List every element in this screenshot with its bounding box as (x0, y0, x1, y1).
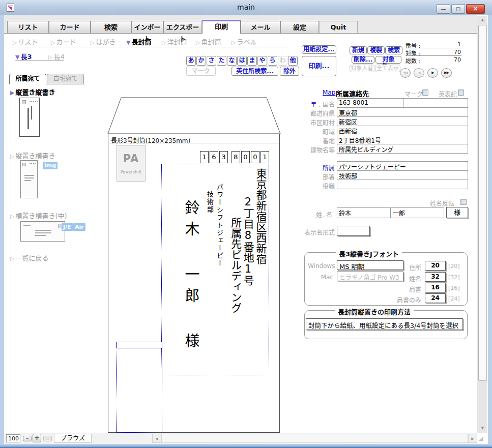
img-badge: img (43, 162, 57, 169)
print-method-field[interactable]: 封筒下から給紙、用紙設定にある長3/4号封筒を選択 (306, 318, 463, 330)
organization-field[interactable]: パワーシフトジェーピー (337, 162, 468, 171)
tab-export[interactable]: エクスポート (163, 21, 202, 33)
triangle-right-icon: ▷ (10, 213, 14, 220)
tab-mail[interactable]: メール (241, 21, 280, 33)
close-button[interactable]: × (466, 4, 485, 14)
scroll-right-icon: ▶ (471, 437, 474, 441)
minimize-icon: — (441, 6, 446, 12)
address-size-field[interactable]: 20 (425, 261, 446, 271)
title-size-field[interactable]: 16 (425, 283, 446, 292)
title-only-size-field[interactable]: 24 (425, 293, 446, 303)
kana-button[interactable]: ら (268, 56, 277, 66)
tab-search[interactable]: 検索 (91, 21, 131, 33)
english-address-search-button[interactable]: 英住所検索... (231, 67, 278, 76)
kana-button[interactable]: ま (247, 56, 257, 66)
next-record-button[interactable]: ▶ (427, 68, 438, 78)
horizontal-scrollbar-track[interactable] (161, 434, 468, 443)
size-nav-label: 長4 (53, 53, 64, 61)
tab-import[interactable]: インポート (131, 21, 163, 33)
format-nav-card[interactable]: ▷カード (51, 37, 76, 46)
postal-dots-icon (30, 163, 36, 164)
tab-card[interactable]: カード (49, 21, 91, 33)
block-field[interactable]: 2丁目8番地1号 (337, 135, 468, 144)
format-nav-list[interactable]: ▷リスト (13, 37, 38, 46)
building-label: 建物名等 (294, 145, 335, 154)
kana-button[interactable]: さ (207, 56, 216, 66)
kana-button[interactable]: は (237, 56, 247, 66)
first-record-button: ◀◀ (400, 68, 411, 78)
delete-record-button[interactable]: 削除... (352, 56, 374, 64)
job-title-field[interactable] (337, 180, 468, 189)
air-badge: Air (73, 223, 85, 231)
display-format-field[interactable] (337, 226, 370, 236)
address-line-2: 2丁目8番地1号 (242, 196, 254, 374)
size-nav-cho4[interactable]: ▷長4 (48, 51, 65, 61)
zoom-out-button[interactable]: − (23, 436, 32, 441)
honorific-button[interactable]: 様 (446, 207, 468, 218)
maximize-button[interactable]: □ (451, 4, 465, 14)
scroll-right-button[interactable]: ▶ (468, 434, 477, 443)
scroll-down-button[interactable]: ▼ (477, 424, 488, 433)
town-field[interactable]: 西新宿 (337, 126, 468, 135)
find-button[interactable]: 検索 (385, 46, 402, 54)
envelope-thumbnail-vertical-vertical[interactable] (19, 98, 40, 137)
english-checkbox[interactable] (458, 89, 464, 96)
mark-checkbox[interactable] (422, 89, 428, 96)
format-nav-label: はがき (96, 38, 115, 46)
duplicate-record-button[interactable]: 複製 (367, 46, 385, 54)
format-nav-labels[interactable]: ▷ラベル (231, 37, 256, 46)
layout-item-vertical-horizontal[interactable]: ▷縦置き横書き (10, 151, 55, 160)
zoom-in-button[interactable]: + (33, 434, 41, 442)
envelope-thumbnail-vertical-horizontal[interactable] (20, 160, 38, 198)
title-only-size-default: [24] (448, 295, 460, 302)
mode-selector[interactable]: ブラウズ (54, 434, 92, 443)
kana-button[interactable]: か (196, 56, 206, 66)
scroll-up-button[interactable]: ▲ (477, 16, 488, 24)
size-nav-cho3[interactable]: ▼長3 (15, 51, 32, 61)
city-field[interactable]: 新宿区 (337, 117, 468, 126)
vertical-scrollbar[interactable]: ▲ ▼ (477, 16, 487, 433)
layout-item-horizontal-horizontal[interactable]: ▷横置き横書き(中) (10, 211, 67, 220)
paper-setup-button[interactable]: 用紙設定... (302, 45, 336, 54)
name-size-field[interactable]: 32 (425, 272, 446, 282)
tab-list[interactable]: リスト (7, 21, 49, 33)
format-nav-postcard[interactable]: ▷はがき (91, 37, 115, 46)
building-field[interactable]: 所属先ビルディング (337, 144, 468, 154)
last-record-button[interactable]: ▶▶ (441, 68, 452, 78)
tab-home-address[interactable]: 自宅宛て (47, 74, 84, 84)
zoom-level-field[interactable]: 100 (6, 434, 20, 442)
print-button[interactable]: 印刷... (302, 56, 336, 76)
name-reverse-checkbox[interactable] (460, 199, 467, 205)
tab-work-address[interactable]: 所属宛て (9, 74, 46, 84)
map-link[interactable]: Map (323, 89, 335, 96)
tab-quit[interactable]: Quit (319, 21, 358, 33)
kana-button[interactable]: 他 (288, 56, 298, 66)
postal-mark: 〒 (311, 101, 317, 108)
tab-settings[interactable]: 設定 (280, 21, 319, 33)
postal-digit: 6 (210, 151, 218, 163)
last-name-field[interactable]: 鈴木一郎 (337, 208, 444, 218)
postal-code-field[interactable]: 163-8001 (337, 99, 468, 108)
title-only-size-label: 肩書のみ (384, 295, 421, 304)
kana-button[interactable]: た (217, 56, 226, 66)
layout-item-back-to-list[interactable]: ▷一覧に戻る (10, 253, 48, 262)
prefecture-field[interactable]: 東京都 (337, 108, 468, 117)
vertical-scrollbar-thumb[interactable] (478, 25, 487, 381)
tab-print[interactable]: 印刷 (202, 20, 241, 34)
layout-item-vertical-vertical[interactable]: ▶縦置き縦書き (10, 87, 55, 97)
title-size-label: 肩書 (391, 285, 421, 293)
exclude-button[interactable]: 除外 (280, 67, 299, 76)
kana-button[interactable]: な (227, 56, 237, 66)
kana-button[interactable]: や (257, 56, 267, 66)
postal-digit: 1 (200, 151, 209, 163)
resize-grip[interactable]: ◢ (479, 435, 483, 442)
kana-button[interactable]: あ (186, 56, 196, 66)
new-record-button[interactable]: 新規 (350, 46, 367, 54)
format-nav-square-envelope[interactable]: ▷角封筒 (196, 37, 221, 46)
department-field[interactable]: 技術部 (337, 171, 468, 180)
omit-record-button[interactable]: 対象外... (375, 56, 401, 64)
minimize-button[interactable]: — (437, 4, 450, 14)
envelope-thumbnail-horizontal[interactable] (20, 221, 65, 242)
scroll-left-button[interactable]: ◀ (152, 434, 161, 443)
titlebar[interactable]: main — □ × (0, 0, 492, 15)
